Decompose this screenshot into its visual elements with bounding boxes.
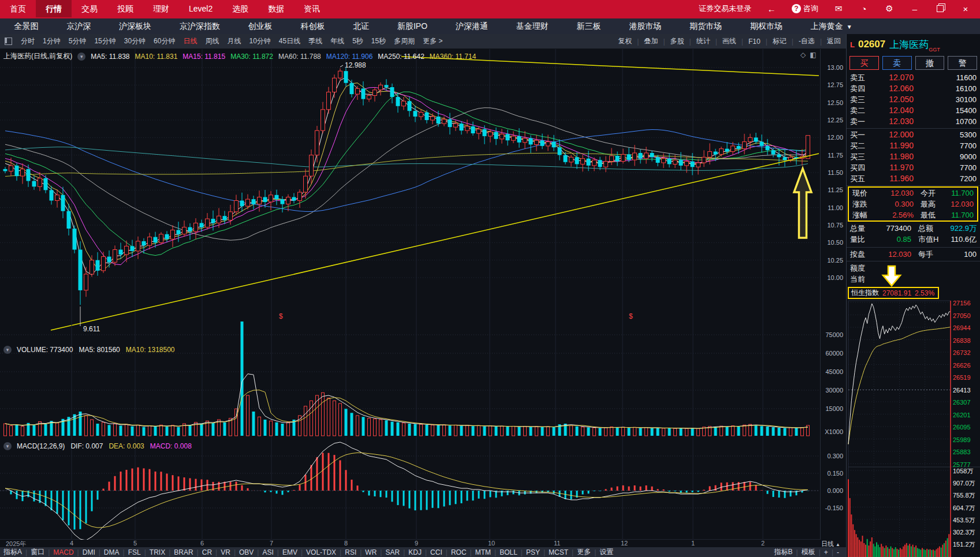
indicator-cci[interactable]: CCI (427, 548, 446, 556)
indicator-right-3[interactable]: - (833, 548, 843, 556)
period-15[interactable]: 多周期 (390, 36, 419, 46)
indicator-mcst[interactable]: MCST (545, 548, 572, 556)
indicator-fsl[interactable]: FSL (125, 548, 144, 556)
indicator-boll[interactable]: BOLL (496, 548, 521, 556)
period-16[interactable]: 更多 > (419, 36, 446, 46)
menu-item-4[interactable]: 理财 (143, 0, 179, 17)
back-arrow-icon[interactable]: ← (766, 3, 777, 14)
indicator-设置[interactable]: 设置 (596, 547, 617, 557)
nav-item-2[interactable]: 沪深板块 (119, 21, 151, 32)
menu-item-3[interactable]: 投顾 (107, 0, 143, 17)
stock-code[interactable]: 02607 (858, 39, 885, 50)
settings-gear-icon[interactable]: ⚙ (884, 3, 895, 14)
indicator-dmi[interactable]: DMI (79, 548, 99, 556)
period-11[interactable]: 季线 (304, 36, 326, 46)
indicator-指标a[interactable]: 指标A (0, 547, 25, 557)
trade-button-3[interactable]: 警 (948, 56, 977, 70)
indicator-mtm[interactable]: MTM (472, 548, 494, 556)
period-6[interactable]: 日线 (179, 36, 201, 46)
menu-item-5[interactable]: Level2 (179, 0, 222, 17)
ask-row[interactable]: 卖二12.04015400 (847, 105, 980, 116)
bid-row[interactable]: 买三11.9809000 (847, 151, 980, 162)
help-button[interactable]: ? 咨询 (792, 3, 818, 14)
ask-row[interactable]: 卖五12.07011600 (847, 72, 980, 83)
period-2[interactable]: 5分钟 (65, 36, 91, 46)
chart-tool-7[interactable]: -自选 (793, 36, 820, 46)
nav-item-0[interactable]: 全景图 (14, 21, 38, 32)
chart-tool-2[interactable]: 多股 (665, 36, 690, 46)
stock-name[interactable]: 上海医药 (889, 38, 929, 51)
nav-item-10[interactable]: 新三板 (576, 21, 601, 32)
period-13[interactable]: 5秒 (348, 36, 367, 46)
nav-item-13[interactable]: 期权市场 (750, 21, 782, 32)
candlestick-chart[interactable]: 12.9889.611$$ (0, 49, 820, 320)
ask-row[interactable]: 卖一12.03010700 (847, 116, 980, 127)
indicator-vol-tdx[interactable]: VOL-TDX (303, 548, 340, 556)
indicator-right-0[interactable]: 指标B (771, 547, 796, 557)
login-status-label[interactable]: 证券交易未登录 (699, 3, 751, 14)
bid-row[interactable]: 买四11.9707700 (847, 162, 980, 173)
period-7[interactable]: 周线 (201, 36, 223, 46)
indicator-更多[interactable]: 更多 (573, 547, 594, 557)
menu-item-1[interactable]: 行情 (36, 0, 72, 17)
nav-item-9[interactable]: 基金理财 (516, 21, 549, 32)
nav-item-4[interactable]: 创业板 (248, 21, 273, 32)
indicator-emv[interactable]: EMV (279, 548, 301, 556)
nav-item-11[interactable]: 港股市场 (629, 21, 661, 32)
period-4[interactable]: 30分钟 (120, 36, 150, 46)
indicator-窗口[interactable]: 窗口 (27, 547, 48, 557)
diamond-marker-icon[interactable]: ◇ (800, 51, 806, 59)
chart-tool-8[interactable]: 返回 (822, 36, 846, 46)
menu-item-6[interactable]: 选股 (222, 0, 258, 17)
pie-share-icon[interactable]: ◔ (859, 3, 869, 14)
period-5[interactable]: 60分钟 (150, 36, 179, 46)
period-0[interactable]: 分时 (17, 36, 39, 46)
indicator-roc[interactable]: ROC (448, 548, 470, 556)
chart-tool-1[interactable]: 叠加 (639, 36, 663, 46)
nav-item-12[interactable]: 期货市场 (690, 21, 722, 32)
nav-item-6[interactable]: 北证 (353, 21, 369, 32)
indicator-cr[interactable]: CR (199, 548, 215, 556)
indicator-asi[interactable]: ASI (259, 548, 277, 556)
menu-item-8[interactable]: 资讯 (294, 0, 330, 17)
menu-item-2[interactable]: 交易 (72, 0, 107, 17)
indicator-sar[interactable]: SAR (382, 548, 403, 556)
period-1[interactable]: 1分钟 (39, 36, 65, 46)
ask-row[interactable]: 卖四12.06016100 (847, 83, 980, 94)
indicator-macd[interactable]: MACD (50, 548, 77, 556)
volume-chart[interactable] (0, 320, 820, 440)
indicator-rsi[interactable]: RSI (341, 548, 360, 556)
restore-window-icon[interactable] (935, 3, 945, 14)
close-icon[interactable]: × (960, 3, 971, 14)
indicator-kdj[interactable]: KDJ (405, 548, 425, 556)
period-3[interactable]: 15分钟 (90, 36, 120, 46)
mail-icon[interactable]: ✉ (833, 3, 844, 14)
indicator-dma[interactable]: DMA (100, 548, 123, 556)
indicator-psy[interactable]: PSY (523, 548, 543, 556)
period-9[interactable]: 10分钟 (245, 36, 274, 46)
indicator-trix[interactable]: TRIX (146, 548, 169, 556)
collapse-volume-icon[interactable]: ▾ (3, 346, 12, 354)
chart-tool-3[interactable]: 统计 (691, 36, 716, 46)
indicator-brar[interactable]: BRAR (170, 548, 196, 556)
hsi-quote-box[interactable]: 恒生指数 27081.91 2.53% (848, 287, 939, 299)
chart-tool-5[interactable]: F10 (743, 38, 766, 46)
indicator-obv[interactable]: OBV (236, 548, 257, 556)
menu-item-0[interactable]: 首页 (0, 0, 36, 17)
nav-item-8[interactable]: 沪深港通 (456, 21, 488, 32)
indicator-wr[interactable]: WR (362, 548, 380, 556)
trade-button-1[interactable]: 卖 (882, 56, 912, 70)
nav-item-7[interactable]: 新股IPO (397, 21, 427, 32)
menu-item-7[interactable]: 数据 (258, 0, 294, 17)
split-pane-icon[interactable]: ◧ (810, 51, 816, 59)
minimize-icon[interactable]: – (910, 3, 920, 14)
collapse-macd-icon[interactable]: ▾ (3, 442, 12, 450)
indicator-right-1[interactable]: 模板 (798, 547, 819, 557)
nav-item-3[interactable]: 京沪深指数 (180, 21, 220, 32)
collapse-main-icon[interactable]: ▾ (77, 53, 85, 61)
chart-tool-4[interactable]: 画线 (717, 36, 741, 46)
bid-row[interactable]: 买五11.9607200 (847, 173, 980, 184)
period-10[interactable]: 45日线 (275, 36, 304, 46)
trade-button-0[interactable]: 买 (849, 56, 879, 70)
ask-row[interactable]: 卖三12.05030100 (847, 94, 980, 105)
